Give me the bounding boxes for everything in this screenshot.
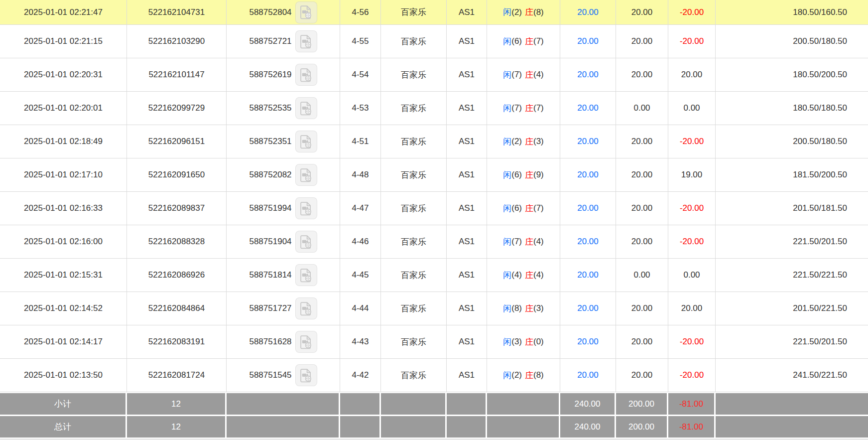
table-name-cell: AS1	[447, 0, 487, 24]
valid-amount-cell: 0.00	[616, 92, 668, 125]
video-replay-button[interactable]	[295, 197, 317, 219]
balance-cell: 180.50/180.50	[716, 92, 868, 125]
bet-time-cell: 2025-01-01 02:20:31	[0, 58, 127, 91]
result-cell: 闲(2) 庄(8)	[487, 0, 560, 24]
bet-record-row: 2025-01-01 02:20:01 522162099729 5887525…	[0, 92, 868, 125]
table-name-cell: AS1	[447, 92, 487, 125]
video-replay-button[interactable]	[295, 231, 317, 253]
summary-rows: 小计 12 240.00 200.00 -81.00 总计 12 240.00 …	[0, 393, 868, 438]
game-type-cell: 百家乐	[381, 225, 447, 258]
result-cell: 闲(6) 庄(7)	[487, 25, 560, 58]
valid-amount-cell: 20.00	[616, 125, 668, 158]
round-id-text: 588751814	[249, 270, 291, 280]
video-replay-button[interactable]	[295, 97, 317, 119]
balance-cell: 180.50/160.50	[716, 0, 868, 24]
banker-label: 庄	[525, 6, 533, 18]
round-id-text: 588752804	[249, 7, 291, 17]
round-number-cell: 4-55	[340, 25, 381, 58]
bet-id-cell: 522162089837	[127, 192, 227, 225]
bet-amount-link[interactable]: 20.00	[560, 292, 616, 325]
round-id-text: 588751904	[249, 237, 291, 247]
winloss-cell: -20.00	[668, 25, 716, 58]
table-name-cell: AS1	[447, 325, 487, 358]
game-round-id-cell: 588751814	[227, 259, 340, 292]
bet-amount-link[interactable]: 20.00	[560, 92, 616, 125]
round-number-cell: 4-47	[340, 192, 381, 225]
video-replay-icon	[299, 301, 313, 316]
bet-amount-link[interactable]: 20.00	[560, 192, 616, 225]
player-label: 闲	[503, 103, 511, 114]
table-name-cell: AS1	[447, 58, 487, 91]
valid-amount-cell: 20.00	[616, 25, 668, 58]
video-replay-button[interactable]	[295, 131, 317, 152]
game-round-id-cell: 588751904	[227, 225, 340, 258]
round-id-text: 588751545	[249, 370, 291, 380]
video-replay-button[interactable]	[295, 331, 317, 353]
summary-bet-total-cell: 240.00	[560, 393, 616, 415]
bet-amount-link[interactable]: 20.00	[560, 325, 616, 358]
round-number-cell: 4-46	[340, 225, 381, 258]
video-replay-icon	[299, 268, 313, 283]
game-round-id-cell: 588752535	[227, 92, 340, 125]
bet-id-cell: 522162086926	[127, 259, 227, 292]
player-label: 闲	[503, 36, 511, 47]
banker-label: 庄	[525, 103, 533, 114]
video-replay-button[interactable]	[295, 297, 317, 319]
winloss-cell: 20.00	[668, 58, 716, 91]
result-cell: 闲(7) 庄(7)	[487, 92, 560, 125]
video-replay-button[interactable]	[295, 364, 317, 386]
game-round-id-cell: 588751545	[227, 359, 340, 392]
video-replay-icon	[299, 201, 313, 216]
player-points: (2)	[511, 137, 522, 147]
bet-amount-link[interactable]: 20.00	[560, 259, 616, 292]
summary-bet-total-cell: 240.00	[560, 416, 616, 438]
player-label: 闲	[503, 336, 511, 348]
banker-label: 庄	[525, 169, 533, 181]
bet-amount-link[interactable]: 20.00	[560, 0, 616, 24]
bet-amount-link[interactable]: 20.00	[560, 158, 616, 191]
summary-empty-cell	[487, 393, 560, 415]
summary-label-cell: 总计	[0, 416, 127, 438]
banker-label: 庄	[525, 69, 533, 81]
video-replay-button[interactable]	[295, 30, 317, 52]
video-replay-icon	[299, 368, 313, 383]
round-number-cell: 4-54	[340, 58, 381, 91]
summary-row: 小计 12 240.00 200.00 -81.00	[0, 393, 868, 415]
bet-amount-link[interactable]: 20.00	[560, 25, 616, 58]
bet-amount-link[interactable]: 20.00	[560, 359, 616, 392]
banker-label: 庄	[525, 236, 533, 248]
bet-record-row: 2025-01-01 02:16:33 522162089837 5887519…	[0, 192, 868, 225]
video-replay-icon	[299, 335, 313, 349]
result-cell: 闲(6) 庄(7)	[487, 192, 560, 225]
table-name-cell: AS1	[447, 259, 487, 292]
player-points: (7)	[511, 70, 522, 80]
round-number-cell: 4-51	[340, 125, 381, 158]
bet-amount-link[interactable]: 20.00	[560, 225, 616, 258]
video-replay-icon	[299, 34, 313, 49]
video-replay-button[interactable]	[295, 164, 317, 186]
game-type-cell: 百家乐	[381, 92, 447, 125]
banker-label: 庄	[525, 270, 533, 281]
game-round-id-cell: 588752619	[227, 58, 340, 91]
bet-id-cell: 522162101147	[127, 58, 227, 91]
video-replay-icon	[299, 101, 313, 116]
video-replay-button[interactable]	[295, 1, 317, 23]
bet-record-row: 2025-01-01 02:17:10 522162091650 5887520…	[0, 158, 868, 192]
balance-cell: 181.50/200.50	[716, 158, 868, 191]
winloss-cell: 0.00	[668, 259, 716, 292]
video-replay-button[interactable]	[295, 64, 317, 86]
video-replay-button[interactable]	[295, 264, 317, 286]
winloss-cell: -20.00	[668, 0, 716, 24]
table-name-cell: AS1	[447, 125, 487, 158]
table-name-cell: AS1	[447, 292, 487, 325]
winloss-cell: -20.00	[668, 192, 716, 225]
bet-amount-link[interactable]: 20.00	[560, 125, 616, 158]
bet-amount-link[interactable]: 20.00	[560, 58, 616, 91]
bet-record-row: 2025-01-01 02:18:49 522162096151 5887523…	[0, 125, 868, 158]
valid-amount-cell: 20.00	[616, 0, 668, 24]
summary-empty-cell	[340, 393, 381, 415]
table-name-cell: AS1	[447, 192, 487, 225]
player-label: 闲	[503, 169, 511, 181]
round-number-cell: 4-42	[340, 359, 381, 392]
player-label: 闲	[503, 203, 511, 214]
